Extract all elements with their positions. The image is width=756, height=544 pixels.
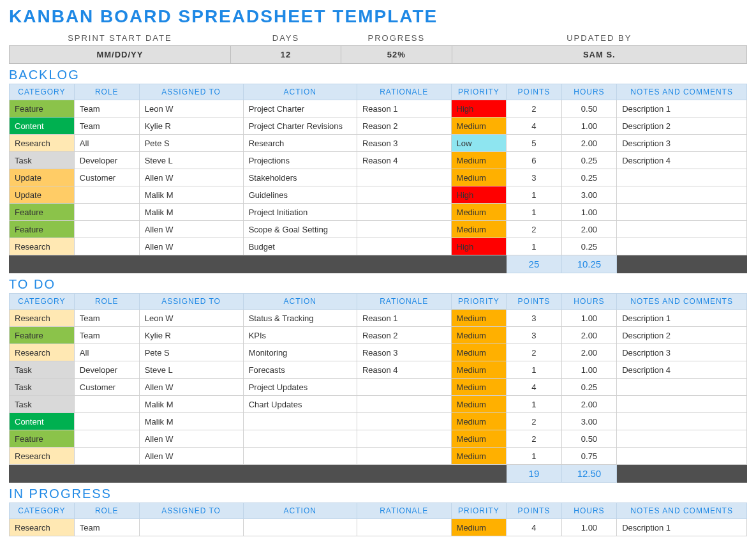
points-cell[interactable]: 2 bbox=[507, 100, 562, 117]
assigned-cell[interactable]: Malik M bbox=[139, 396, 243, 413]
table-row[interactable]: ResearchAllPete SMonitoringReason 3Mediu… bbox=[10, 344, 747, 361]
points-cell[interactable]: 1 bbox=[507, 396, 562, 413]
category-cell[interactable]: Content bbox=[10, 117, 75, 135]
category-cell[interactable]: Feature bbox=[10, 430, 75, 448]
column-header[interactable]: POINTS bbox=[507, 294, 562, 310]
category-cell[interactable]: Research bbox=[10, 519, 75, 536]
column-header[interactable]: RATIONALE bbox=[357, 294, 451, 310]
table-row[interactable]: ResearchAllen WBudgetHigh10.25 bbox=[10, 238, 747, 255]
rationale-cell[interactable]: Reason 1 bbox=[357, 100, 451, 117]
column-header[interactable]: ROLE bbox=[74, 294, 139, 310]
hours-cell[interactable]: 0.75 bbox=[561, 448, 617, 465]
column-header[interactable]: HOURS bbox=[561, 294, 617, 310]
meta-value[interactable]: 12 bbox=[230, 46, 341, 64]
rationale-cell[interactable] bbox=[357, 519, 451, 536]
notes-cell[interactable]: Description 1 bbox=[617, 519, 747, 536]
action-cell[interactable]: Guidelines bbox=[243, 186, 357, 204]
action-cell[interactable]: Project Initiation bbox=[243, 204, 357, 221]
assigned-cell[interactable]: Pete S bbox=[139, 344, 243, 361]
category-cell[interactable]: Feature bbox=[10, 100, 75, 117]
column-header[interactable]: ACTION bbox=[243, 503, 357, 519]
rationale-cell[interactable] bbox=[357, 169, 451, 186]
table-row[interactable]: FeatureMalik MProject InitiationMedium11… bbox=[10, 204, 747, 221]
column-header[interactable]: ACTION bbox=[243, 84, 357, 100]
points-cell[interactable]: 4 bbox=[507, 519, 562, 536]
action-cell[interactable]: Project Charter bbox=[243, 100, 357, 117]
points-cell[interactable]: 4 bbox=[507, 379, 562, 396]
priority-cell[interactable]: Medium bbox=[451, 344, 507, 361]
rationale-cell[interactable] bbox=[357, 430, 451, 448]
hours-cell[interactable]: 2.00 bbox=[561, 135, 617, 152]
hours-cell[interactable]: 0.25 bbox=[561, 169, 617, 186]
points-cell[interactable]: 3 bbox=[507, 169, 562, 186]
category-cell[interactable]: Task bbox=[10, 379, 75, 396]
hours-cell[interactable]: 1.00 bbox=[561, 117, 617, 135]
hours-cell[interactable]: 0.50 bbox=[561, 100, 617, 117]
role-cell[interactable]: Team bbox=[74, 117, 139, 135]
rationale-cell[interactable] bbox=[357, 204, 451, 221]
column-header[interactable]: CATEGORY bbox=[10, 294, 75, 310]
rationale-cell[interactable]: Reason 1 bbox=[357, 310, 451, 327]
assigned-cell[interactable]: Allen W bbox=[139, 221, 243, 238]
notes-cell[interactable]: Description 3 bbox=[617, 344, 747, 361]
action-cell[interactable]: Project Charter Revisions bbox=[243, 117, 357, 135]
rationale-cell[interactable] bbox=[357, 448, 451, 465]
notes-cell[interactable] bbox=[617, 204, 747, 221]
role-cell[interactable] bbox=[74, 413, 139, 430]
rationale-cell[interactable]: Reason 4 bbox=[357, 152, 451, 169]
category-cell[interactable]: Task bbox=[10, 396, 75, 413]
role-cell[interactable]: All bbox=[74, 344, 139, 361]
priority-cell[interactable]: High bbox=[451, 100, 507, 117]
notes-cell[interactable]: Description 1 bbox=[617, 310, 747, 327]
points-cell[interactable]: 2 bbox=[507, 344, 562, 361]
assigned-cell[interactable]: Steve L bbox=[139, 152, 243, 169]
column-header[interactable]: NOTES AND COMMENTS bbox=[617, 503, 747, 519]
hours-cell[interactable]: 0.25 bbox=[561, 379, 617, 396]
hours-cell[interactable]: 1.00 bbox=[561, 361, 617, 379]
notes-cell[interactable] bbox=[617, 186, 747, 204]
hours-cell[interactable]: 0.25 bbox=[561, 152, 617, 169]
table-row[interactable]: TaskMalik MChart UpdatesMedium12.00 bbox=[10, 396, 747, 413]
hours-cell[interactable]: 2.00 bbox=[561, 327, 617, 344]
table-row[interactable]: FeatureAllen WScope & Goal SettingMedium… bbox=[10, 221, 747, 238]
priority-cell[interactable]: Medium bbox=[451, 221, 507, 238]
table-row[interactable]: TaskCustomerAllen WProject UpdatesMedium… bbox=[10, 379, 747, 396]
category-cell[interactable]: Research bbox=[10, 135, 75, 152]
column-header[interactable]: NOTES AND COMMENTS bbox=[617, 294, 747, 310]
action-cell[interactable]: Status & Tracking bbox=[243, 310, 357, 327]
rationale-cell[interactable]: Reason 2 bbox=[357, 117, 451, 135]
assigned-cell[interactable]: Allen W bbox=[139, 448, 243, 465]
assigned-cell[interactable]: Allen W bbox=[139, 238, 243, 255]
action-cell[interactable]: Budget bbox=[243, 238, 357, 255]
role-cell[interactable]: Customer bbox=[74, 379, 139, 396]
points-cell[interactable]: 2 bbox=[507, 430, 562, 448]
action-cell[interactable] bbox=[243, 519, 357, 536]
role-cell[interactable]: Team bbox=[74, 310, 139, 327]
action-cell[interactable]: Stakeholders bbox=[243, 169, 357, 186]
points-cell[interactable]: 3 bbox=[507, 310, 562, 327]
hours-cell[interactable]: 1.00 bbox=[561, 204, 617, 221]
assigned-cell[interactable]: Kylie R bbox=[139, 327, 243, 344]
role-cell[interactable] bbox=[74, 396, 139, 413]
points-cell[interactable]: 1 bbox=[507, 204, 562, 221]
meta-value[interactable]: MM/DD/YY bbox=[10, 46, 231, 64]
action-cell[interactable] bbox=[243, 430, 357, 448]
assigned-cell[interactable]: Leon W bbox=[139, 310, 243, 327]
role-cell[interactable] bbox=[74, 430, 139, 448]
assigned-cell[interactable]: Steve L bbox=[139, 361, 243, 379]
points-cell[interactable]: 3 bbox=[507, 327, 562, 344]
role-cell[interactable]: Developer bbox=[74, 152, 139, 169]
priority-cell[interactable]: Low bbox=[451, 135, 507, 152]
role-cell[interactable]: Team bbox=[74, 327, 139, 344]
priority-cell[interactable]: Medium bbox=[451, 327, 507, 344]
role-cell[interactable] bbox=[74, 204, 139, 221]
rationale-cell[interactable] bbox=[357, 413, 451, 430]
column-header[interactable]: CATEGORY bbox=[10, 503, 75, 519]
rationale-cell[interactable] bbox=[357, 238, 451, 255]
column-header[interactable]: HOURS bbox=[561, 503, 617, 519]
points-cell[interactable]: 6 bbox=[507, 152, 562, 169]
table-row[interactable]: TaskDeveloperSteve LForecastsReason 4Med… bbox=[10, 361, 747, 379]
category-cell[interactable]: Research bbox=[10, 238, 75, 255]
category-cell[interactable]: Feature bbox=[10, 204, 75, 221]
priority-cell[interactable]: Medium bbox=[451, 396, 507, 413]
